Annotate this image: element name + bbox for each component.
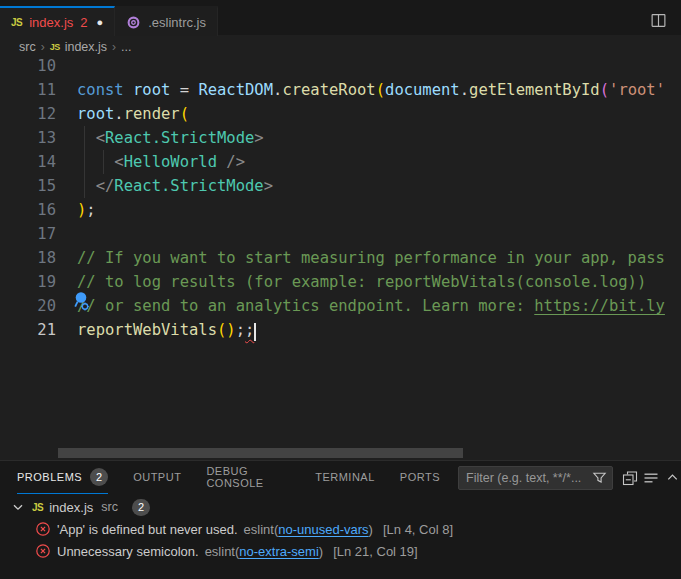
line-number: 13 — [0, 126, 56, 150]
rule-link[interactable]: no-unused-vars — [278, 522, 368, 537]
chevron-right-icon: › — [112, 40, 116, 54]
code-text: ); — [77, 198, 96, 222]
breadcrumb-file[interactable]: index.js — [65, 40, 107, 54]
tab-error-count: 2 — [80, 15, 87, 30]
split-editor-icon[interactable] — [647, 10, 669, 32]
problems-count-badge: 2 — [90, 468, 108, 486]
problems-filter-input[interactable] — [466, 471, 592, 485]
tab-label: index.js — [29, 15, 73, 30]
collapse-all-icon[interactable] — [621, 467, 639, 489]
code-line[interactable]: 10 — [0, 58, 681, 78]
error-icon — [35, 543, 51, 559]
indent-guide — [84, 126, 85, 198]
code-line[interactable]: 12root.render( — [0, 102, 681, 126]
line-number: 14 — [0, 150, 56, 174]
chevron-down-icon[interactable] — [10, 499, 26, 515]
breadcrumb-src[interactable]: src — [19, 40, 36, 54]
problems-file-group[interactable]: JS index.js src 2 — [0, 496, 681, 518]
line-number: 19 — [0, 270, 56, 294]
problems-file-name: index.js — [49, 500, 93, 515]
js-file-icon: JS — [11, 17, 22, 28]
code-text: const root = ReactDOM.createRoot(documen… — [77, 78, 665, 102]
panel-tab-problems[interactable]: PROBLEMS 2 — [17, 461, 108, 494]
code-text: // to log results (for example: reportWe… — [77, 270, 646, 294]
code-line[interactable]: 19// to log results (for example: report… — [0, 270, 681, 294]
code-line[interactable]: 17 — [0, 222, 681, 246]
code-line[interactable]: 16); — [0, 198, 681, 222]
bottom-panel: PROBLEMS 2 OUTPUT DEBUG CONSOLE TERMINAL… — [0, 460, 681, 579]
code-line[interactable]: 20// or send to an analytics endpoint. L… — [0, 294, 681, 318]
code-text: // or send to an analytics endpoint. Lea… — [77, 294, 665, 318]
rule-link[interactable]: no-extra-semi — [239, 544, 318, 559]
panel-tab-debug-console[interactable]: DEBUG CONSOLE — [206, 461, 290, 494]
breadcrumb: src › JS index.js › ... — [0, 36, 681, 58]
code-line[interactable]: 13 <React.StrictMode> — [0, 126, 681, 150]
chevron-right-icon: › — [41, 40, 45, 54]
text-cursor — [254, 323, 256, 341]
line-number: 20 — [0, 294, 56, 318]
view-as-table-icon[interactable] — [642, 467, 660, 489]
code-text: reportWebVitals();; — [77, 318, 256, 342]
code-text: <React.StrictMode> — [77, 126, 264, 150]
code-text: </React.StrictMode> — [77, 174, 273, 198]
code-text: root.render( — [77, 102, 189, 126]
problem-source: eslint(no-extra-semi) — [205, 544, 324, 559]
line-number: 18 — [0, 246, 56, 270]
line-number: 15 — [0, 174, 56, 198]
code-line[interactable]: 18// If you want to start measuring perf… — [0, 246, 681, 270]
error-icon — [35, 521, 51, 537]
modified-dot-icon[interactable]: ● — [97, 17, 104, 28]
horizontal-scrollbar[interactable] — [58, 448, 463, 458]
panel-toolbar: PROBLEMS 2 OUTPUT DEBUG CONSOLE TERMINAL… — [0, 461, 681, 494]
line-number: 16 — [0, 198, 56, 222]
tab-bar-empty-space — [218, 6, 681, 36]
code-line[interactable]: 15 </React.StrictMode> — [0, 174, 681, 198]
code-line[interactable]: 11const root = ReactDOM.createRoot(docum… — [0, 78, 681, 102]
panel-tab-label: PROBLEMS — [17, 471, 82, 483]
line-number: 21 — [0, 318, 56, 342]
line-number: 12 — [0, 102, 56, 126]
code-editor[interactable]: 1011const root = ReactDOM.createRoot(doc… — [0, 58, 681, 460]
filter-funnel-icon — [592, 470, 607, 485]
code-line[interactable]: 21reportWebVitals();; — [0, 318, 681, 342]
line-number: 10 — [0, 58, 56, 78]
code-lines: 1011const root = ReactDOM.createRoot(doc… — [0, 58, 681, 342]
problem-location: [Ln 4, Col 8] — [383, 522, 453, 537]
blue-pin-gear-icon[interactable] — [72, 291, 91, 313]
problems-file-dir: src — [101, 500, 118, 514]
line-number: 11 — [0, 78, 56, 102]
js-file-icon: JS — [50, 42, 60, 52]
panel-tab-terminal[interactable]: TERMINAL — [315, 461, 375, 494]
problem-row[interactable]: 'App' is defined but never used. eslint(… — [0, 518, 681, 540]
problem-location: [Ln 21, Col 19] — [333, 544, 418, 559]
breadcrumb-symbol[interactable]: ... — [121, 40, 131, 54]
problems-filter — [458, 466, 613, 490]
indent-guide — [103, 150, 104, 174]
tab-label: .eslintrc.js — [148, 15, 206, 30]
problem-row[interactable]: Unnecessary semicolon. eslint(no-extra-s… — [0, 540, 681, 562]
panel-tab-ports[interactable]: PORTS — [400, 461, 440, 494]
problem-message: Unnecessary semicolon. — [57, 544, 199, 559]
line-number: 17 — [0, 222, 56, 246]
eslint-file-icon — [126, 15, 141, 30]
editor-tab-bar: JS index.js 2 ● .eslintrc.js — [0, 0, 681, 36]
panel-tab-output[interactable]: OUTPUT — [133, 461, 181, 494]
tab-eslintrc-js[interactable]: .eslintrc.js — [115, 6, 218, 36]
problems-list: JS index.js src 2 'App' is defined but n… — [0, 494, 681, 562]
problem-message: 'App' is defined but never used. — [57, 522, 238, 537]
tab-index-js[interactable]: JS index.js 2 ● — [0, 6, 115, 36]
file-problems-badge: 2 — [132, 499, 150, 516]
code-text: // If you want to start measuring perfor… — [77, 246, 665, 270]
js-file-icon: JS — [32, 502, 43, 513]
maximize-panel-icon[interactable] — [663, 467, 681, 489]
problem-source: eslint(no-unused-vars) — [244, 522, 373, 537]
